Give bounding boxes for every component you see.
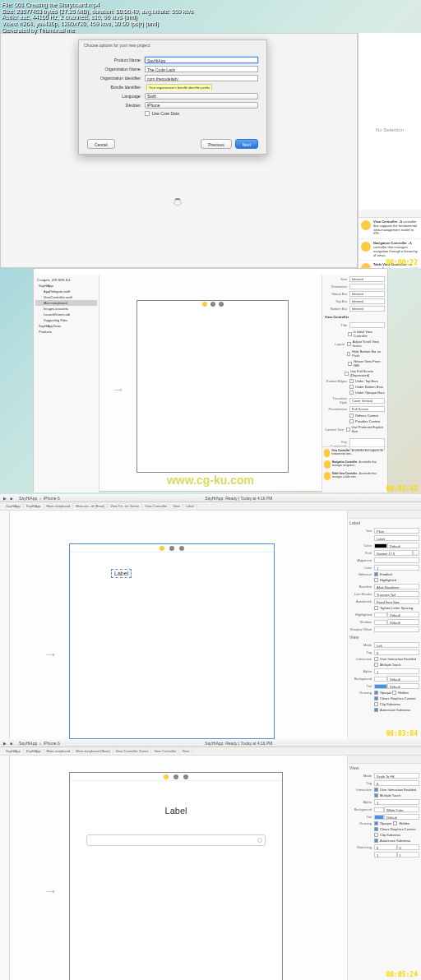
scheme-app[interactable]: SayHiApp: [19, 741, 37, 746]
responder-icon: [210, 302, 215, 307]
run-button[interactable]: ▶: [3, 496, 7, 501]
loading-spinner-icon: [173, 198, 182, 206]
product-name-input[interactable]: SayHiApp: [145, 57, 258, 63]
size-select[interactable]: Inferred: [349, 276, 385, 282]
navigator-collapsed[interactable]: [0, 511, 10, 739]
exit-icon: [183, 774, 188, 779]
devices-select[interactable]: iPhone: [145, 102, 258, 109]
multitouch-checkbox[interactable]: [374, 793, 378, 797]
storyboard-canvas[interactable]: →: [99, 275, 322, 484]
color-swatch[interactable]: [374, 543, 387, 548]
user-interaction-checkbox[interactable]: [374, 788, 378, 792]
initial-vc-arrow-icon: →: [43, 646, 58, 663]
library-item-nav-controller[interactable]: Navigation Controller - A controller tha…: [359, 239, 421, 261]
tint-swatch[interactable]: [374, 815, 384, 820]
nav-item[interactable]: SayHiAppTests: [35, 323, 97, 329]
mode-select[interactable]: Scale To Fill: [374, 773, 419, 779]
bc-item[interactable]: Main.storyboard: [44, 504, 74, 508]
inspector-tabs[interactable]: [348, 756, 421, 764]
nav-item[interactable]: Supporting Files: [35, 317, 97, 323]
vc-icon: [324, 449, 330, 457]
library-item[interactable]: Table View Controller - A controller tha…: [322, 470, 387, 482]
library-tab-bar[interactable]: [359, 210, 421, 218]
bc-item[interactable]: Main.sto...rd (Base): [73, 504, 108, 508]
library-item[interactable]: View Controller - A controller that supp…: [322, 447, 387, 459]
bc-item[interactable]: SayHiApp: [3, 504, 24, 508]
highlighted-checkbox[interactable]: [374, 578, 378, 582]
run-button[interactable]: ▶: [3, 741, 7, 746]
bc-item[interactable]: View: [179, 749, 192, 753]
nav-item[interactable]: Images.xcassets: [35, 306, 97, 312]
bc-item[interactable]: Main.storyboard: [44, 749, 74, 753]
label-element[interactable]: Label: [111, 569, 132, 578]
timestamp: 00:05:24: [386, 971, 418, 978]
nav-item[interactable]: SayHiApp: [35, 283, 97, 289]
bg-swatch[interactable]: [374, 807, 384, 812]
nav-item[interactable]: ViewController.swift: [35, 294, 97, 300]
nav-item-selected[interactable]: Main.storyboard: [35, 300, 97, 306]
bc-item[interactable]: View Controller: [151, 749, 179, 753]
xcode-window: 2 targets, iOS SDK 8.4 SayHiApp AppDeleg…: [33, 268, 388, 492]
scheme-app[interactable]: SayHiApp: [19, 496, 37, 501]
storyboard-canvas[interactable]: → Label: [10, 756, 347, 980]
tag-input[interactable]: 0: [374, 780, 419, 786]
label-element[interactable]: Label: [165, 806, 187, 816]
view-controller-scene[interactable]: Label: [69, 772, 283, 980]
text-value-input[interactable]: Label: [374, 535, 419, 541]
org-name-input[interactable]: The Code Lady: [145, 66, 258, 72]
breadcrumb: SayHiApp SayHiApp Main.storyboard Main.s…: [0, 502, 421, 511]
language-select[interactable]: Swift: [145, 93, 258, 99]
scheme-device[interactable]: iPhone 6: [44, 496, 60, 501]
nav-item[interactable]: Products: [35, 329, 97, 335]
view-controller-scene[interactable]: [136, 300, 289, 473]
lines-input[interactable]: 1: [374, 565, 419, 571]
no-selection-text: No Selection: [359, 127, 421, 132]
bc-item[interactable]: View: [170, 504, 183, 508]
initial-vc-checkbox[interactable]: [348, 332, 352, 336]
view-controller-scene[interactable]: Label: [69, 543, 275, 739]
bc-item[interactable]: SayHiApp: [24, 749, 44, 753]
bc-item[interactable]: Label: [183, 504, 197, 508]
bc-item[interactable]: SayHiApp: [3, 749, 24, 753]
video-metadata-overlay: File: 001 Creating the Storyboard.mp4 Si…: [0, 0, 195, 35]
bc-item[interactable]: View Controller Scene: [113, 749, 152, 753]
nav-item[interactable]: LaunchScreen.xib: [35, 312, 97, 317]
storyboard-canvas[interactable]: → Label: [10, 511, 347, 739]
cancel-button[interactable]: Cancel: [87, 139, 115, 149]
bc-item[interactable]: Main.storyboard (Base): [73, 749, 113, 753]
next-button[interactable]: Next: [235, 139, 258, 149]
inspector-tabs[interactable]: [348, 511, 421, 519]
bc-item[interactable]: View Co...ler Scene: [108, 504, 142, 508]
font-select[interactable]: System 17.0: [374, 550, 413, 556]
navigator-panel: 2 targets, iOS SDK 8.4 SayHiApp AppDeleg…: [34, 275, 99, 492]
coredata-checkbox[interactable]: [145, 111, 150, 116]
org-id-input[interactable]: com.thecodelady: [145, 75, 258, 81]
stop-button[interactable]: ■: [10, 741, 12, 746]
text-style-select[interactable]: Plain: [374, 528, 419, 534]
previous-button[interactable]: Previous: [201, 139, 231, 149]
navigator-collapsed[interactable]: [0, 756, 10, 980]
bundle-id-tooltip: Your organization's bundle identifier pr…: [146, 84, 212, 90]
new-project-dialog: Choose options for your new project: Pro…: [78, 39, 267, 155]
clear-icon: [257, 838, 262, 843]
responder-icon: [173, 774, 178, 779]
toolbar: ▶ ■ SayHiApp › iPhone 6 SayHiApp: Ready …: [0, 494, 421, 502]
stop-button[interactable]: ■: [10, 496, 12, 501]
scheme-device[interactable]: iPhone 6: [44, 741, 60, 746]
alignment-control[interactable]: [374, 557, 419, 563]
nav-item[interactable]: AppDelegate.swift: [35, 289, 97, 294]
textfield-element[interactable]: [86, 834, 266, 846]
bc-item[interactable]: View Controller: [142, 504, 170, 508]
responder-icon: [169, 546, 174, 551]
table-icon: [324, 472, 331, 480]
font-stepper[interactable]: [413, 550, 419, 556]
library-item-view-controller[interactable]: View Controller - A controller that supp…: [359, 218, 421, 239]
exit-icon: [219, 302, 224, 307]
library-item[interactable]: Navigation Controller - A controller tha…: [322, 459, 387, 470]
alpha-input[interactable]: 1: [374, 799, 419, 805]
vc-icon: [160, 546, 164, 551]
inspector-panel: View ModeScale To Fill Tag0 InteractionU…: [347, 756, 421, 980]
timestamp: 00:00:22: [386, 259, 418, 266]
enabled-checkbox[interactable]: [374, 572, 378, 576]
bc-item[interactable]: SayHiApp: [24, 504, 44, 508]
